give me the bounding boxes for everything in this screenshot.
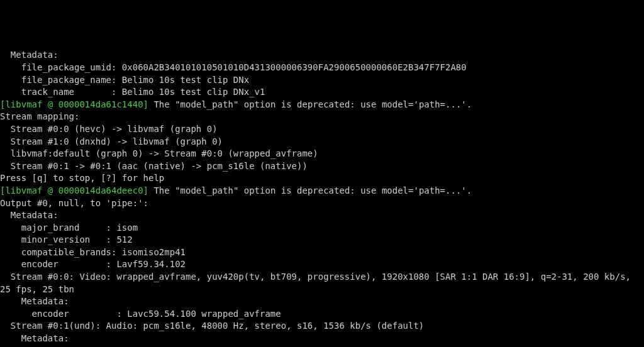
press-q-help: Press [q] to stop, [?] for help xyxy=(0,173,164,183)
file-package-umid: file_package_umid: 0x060A2B3401010105010… xyxy=(0,62,467,72)
file-package-name: file_package_name: Belimo 10s test clip … xyxy=(0,75,249,85)
stream-0-1-metadata-header: Metadata: xyxy=(0,333,69,343)
libvmaf-default: libvmaf:default (graph 0) -> Stream #0:0… xyxy=(0,148,318,158)
encoder: encoder : Lavf59.34.102 xyxy=(0,259,186,269)
stream-0-0-fps: 25 fps, 25 tbn xyxy=(0,284,74,294)
terminal-output: Metadata: file_package_umid: 0x060A2B340… xyxy=(0,49,644,347)
libvmaf-tag-2: [libvmaf @ 0000014da64deec0] xyxy=(0,185,148,196)
stream-0-0-encoder: encoder : Lavc59.54.100 wrapped_avframe xyxy=(0,309,281,319)
stream-mapping-header: Stream mapping: xyxy=(0,111,79,121)
metadata-header: Metadata: xyxy=(0,50,58,60)
output-metadata-header: Metadata: xyxy=(0,210,58,220)
minor-version: minor_version : 512 xyxy=(0,234,133,245)
stream-0-0-video: Stream #0:0: Video: wrapped_avframe, yuv… xyxy=(0,272,631,282)
libvmaf-message-2: The "model_path" option is deprecated: u… xyxy=(148,185,472,196)
stream-0-1-audio: Stream #0:1(und): Audio: pcm_s16le, 4800… xyxy=(0,321,424,331)
libvmaf-tag-1: [libvmaf @ 0000014da61c1440] xyxy=(0,99,148,109)
stream-map-0-0: Stream #0:0 (hevc) -> libvmaf (graph 0) xyxy=(0,124,218,134)
libvmaf-message-1: The "model_path" option is deprecated: u… xyxy=(148,99,472,109)
stream-0-0-metadata-header: Metadata: xyxy=(0,296,69,306)
major-brand: major_brand : isom xyxy=(0,223,138,233)
output-header: Output #0, null, to 'pipe:': xyxy=(0,198,148,208)
stream-map-1-0: Stream #1:0 (dnxhd) -> libvmaf (graph 0) xyxy=(0,136,223,146)
stream-map-audio: Stream #0:1 -> #0:1 (aac (native) -> pcm… xyxy=(0,161,308,171)
compatible-brands: compatible_brands: isomiso2mp41 xyxy=(0,247,186,257)
track-name: track_name : Belimo 10s test clip DNx_v1 xyxy=(0,87,265,97)
